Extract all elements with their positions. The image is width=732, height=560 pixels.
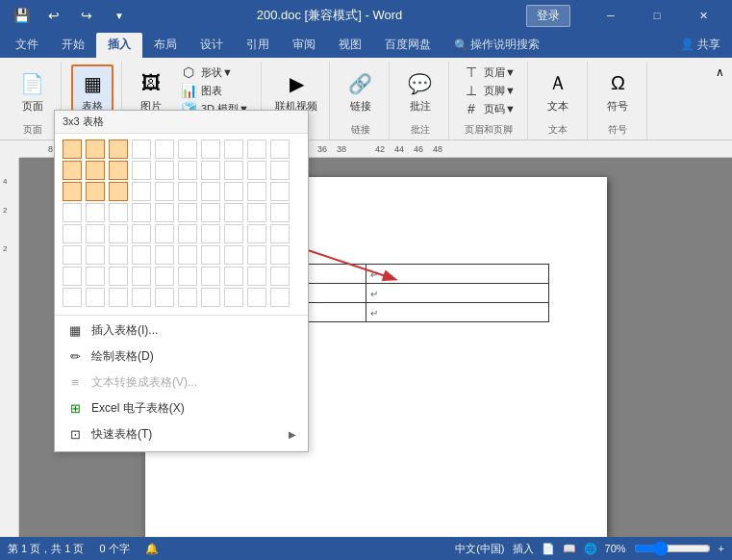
grid-cell[interactable] [86,245,105,265]
grid-cell[interactable] [224,161,243,180]
grid-cell[interactable] [270,288,290,307]
grid-cell[interactable] [178,288,197,307]
grid-cell[interactable] [247,182,266,201]
grid-cell[interactable] [201,140,220,159]
grid-cell[interactable] [86,224,105,243]
grid-cell[interactable] [270,245,290,265]
grid-cell[interactable] [201,245,220,265]
ribbon-collapse-btn[interactable]: ∧ [712,62,728,83]
tab-share[interactable]: 👤 共享 [669,33,732,58]
grid-cell[interactable] [247,161,266,180]
grid-cell[interactable] [109,245,128,265]
excel-table-item[interactable]: ⊞ Excel 电子表格(X) [55,395,308,421]
login-button[interactable]: 登录 [526,5,570,27]
grid-cell[interactable] [86,140,105,159]
grid-cell[interactable] [132,288,151,307]
grid-cell[interactable] [132,203,151,222]
grid-cell[interactable] [109,140,128,159]
grid-cell[interactable] [86,288,105,307]
grid-cell[interactable] [224,182,243,201]
grid-cell[interactable] [247,288,266,307]
grid-cell[interactable] [201,267,220,286]
grid-cell[interactable] [132,140,151,159]
chart-btn[interactable]: 📊图表 [176,82,226,99]
redo-quick-btn[interactable]: ↪ [73,2,100,29]
grid-cell[interactable] [224,203,243,222]
footer-btn[interactable]: ⊥页脚▼ [459,82,519,99]
grid-cell[interactable] [155,224,174,243]
grid-cell[interactable] [270,161,290,180]
grid-cell[interactable] [63,288,82,307]
quick-table-item[interactable]: ⊡ 快速表格(T) ▶ [55,421,308,447]
insert-table-item[interactable]: ▦ 插入表格(I)... [55,318,308,344]
grid-cell[interactable] [178,267,197,286]
grid-cell[interactable] [178,182,197,201]
text-btn[interactable]: Ａ 文本 [539,66,577,115]
grid-cell[interactable] [247,203,266,222]
grid-cell[interactable] [247,267,266,286]
grid-cell[interactable] [155,182,174,201]
grid-cell[interactable] [86,267,105,286]
grid-cell[interactable] [270,182,290,201]
grid-cell[interactable] [178,245,197,265]
pages-btn[interactable]: 📄 页面 [13,66,52,115]
grid-cell[interactable] [132,267,151,286]
grid-cell[interactable] [109,224,128,243]
grid-cell[interactable] [201,224,220,243]
zoom-slider[interactable] [634,541,711,556]
grid-cell[interactable] [201,203,220,222]
header-btn[interactable]: ⊤页眉▼ [459,64,519,81]
grid-cell[interactable] [86,161,105,180]
tab-view[interactable]: 视图 [327,33,373,58]
tab-file[interactable]: 文件 [4,33,50,58]
grid-cell[interactable] [224,224,243,243]
grid-cell[interactable] [201,182,220,201]
grid-cell[interactable] [247,245,266,265]
tab-search[interactable]: 🔍 操作说明搜索 [442,33,551,58]
undo-quick-btn[interactable]: ↩ [40,2,67,29]
grid-cell[interactable] [63,182,82,201]
restore-button[interactable]: □ [636,0,678,31]
grid-cell[interactable] [178,203,197,222]
tab-references[interactable]: 引用 [235,33,281,58]
grid-cell[interactable] [178,161,197,180]
grid-cell[interactable] [63,224,82,243]
grid-cell[interactable] [155,203,174,222]
grid-cell[interactable] [109,182,128,201]
grid-cell[interactable] [224,288,243,307]
grid-cell[interactable] [132,161,151,180]
grid-cell[interactable] [178,224,197,243]
link-btn[interactable]: 🔗 链接 [341,66,380,115]
close-button[interactable]: ✕ [682,0,724,31]
grid-cell[interactable] [63,267,82,286]
tab-home[interactable]: 开始 [50,33,96,58]
tab-insert[interactable]: 插入 [96,33,142,58]
status-view-read[interactable]: 📖 [563,543,576,555]
save-quick-btn[interactable]: 💾 [8,2,35,29]
status-view-web[interactable]: 🌐 [584,543,597,555]
grid-cell[interactable] [63,245,82,265]
pictures-btn[interactable]: 🖼 图片 [132,66,170,115]
grid-cell[interactable] [270,224,290,243]
grid-cell[interactable] [86,203,105,222]
grid-cell[interactable] [224,267,243,286]
grid-cell[interactable] [155,288,174,307]
grid-cell[interactable] [63,140,82,159]
grid-cell[interactable] [109,288,128,307]
grid-cell[interactable] [109,161,128,180]
grid-cell[interactable] [109,203,128,222]
grid-cell[interactable] [178,140,197,159]
grid-cell[interactable] [224,245,243,265]
grid-cell[interactable] [63,203,82,222]
grid-cell[interactable] [132,224,151,243]
grid-cell[interactable] [63,161,82,180]
tab-review[interactable]: 审阅 [281,33,327,58]
tab-design[interactable]: 设计 [189,33,235,58]
shapes-btn[interactable]: ⬡形状▼ [176,64,237,81]
minimize-button[interactable]: ─ [590,0,632,31]
customize-quick-btn[interactable]: ▼ [106,2,133,29]
grid-cell[interactable] [109,267,128,286]
symbol-btn[interactable]: Ω 符号 [598,66,637,115]
grid-cell[interactable] [270,267,290,286]
pagenum-btn[interactable]: #页码▼ [459,100,519,117]
